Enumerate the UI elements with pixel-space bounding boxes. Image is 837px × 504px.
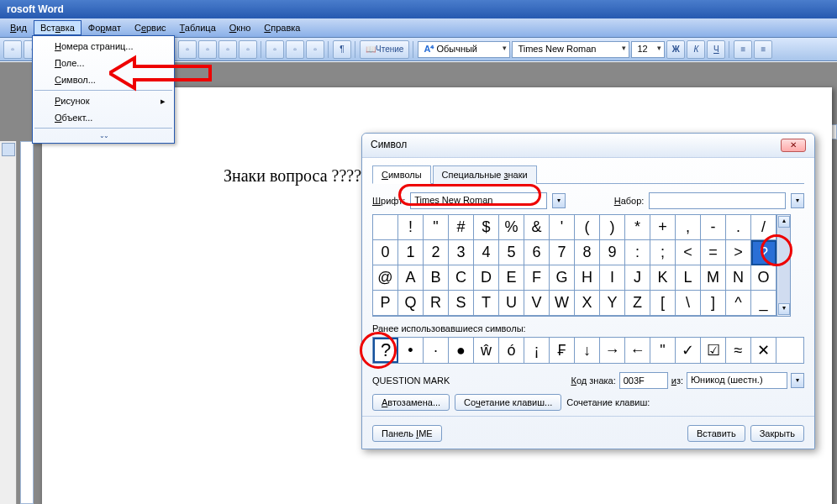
menu-service[interactable]: Сервис: [128, 20, 173, 35]
symbol-cell[interactable]: K: [650, 265, 676, 291]
toolbar-btn[interactable]: ¶: [333, 40, 351, 59]
symbol-cell[interactable]: 6: [524, 240, 550, 265]
menu-help[interactable]: Справка: [257, 20, 307, 35]
menu-item-picture[interactable]: Рисунок ▸: [34, 92, 172, 109]
recent-symbol-cell[interactable]: ₣: [550, 338, 575, 363]
symbol-cell[interactable]: @: [373, 265, 398, 291]
bold-btn[interactable]: Ж: [666, 40, 685, 59]
shortcut-button[interactable]: Сочетание клавиш...: [455, 394, 561, 411]
symbol-cell[interactable]: $: [474, 215, 499, 240]
recent-symbol-cell[interactable]: •: [398, 338, 424, 363]
symbol-cell[interactable]: N: [726, 265, 751, 291]
symbol-cell[interactable]: (: [575, 215, 600, 240]
ime-panel-button[interactable]: Панель IME: [372, 425, 442, 442]
menu-view[interactable]: Вид: [3, 20, 34, 35]
menu-table[interactable]: Таблица: [173, 20, 223, 35]
symbol-cell[interactable]: F: [524, 265, 550, 291]
menu-format[interactable]: Формат: [82, 20, 128, 35]
symbol-cell[interactable]: X: [575, 291, 600, 316]
symbol-cell[interactable]: S: [449, 291, 474, 316]
symbol-cell[interactable]: [373, 215, 398, 240]
toolbar-btn[interactable]: ▫: [306, 40, 324, 59]
align-btn[interactable]: ≡: [734, 40, 752, 59]
recent-symbol-cell[interactable]: ☑: [701, 338, 726, 363]
symbol-cell[interactable]: +: [650, 215, 676, 240]
recent-symbol-cell[interactable]: →: [600, 338, 625, 363]
symbol-cell[interactable]: V: [524, 291, 550, 316]
close-icon[interactable]: ✕: [781, 139, 806, 152]
dialog-titlebar[interactable]: Символ ✕: [362, 134, 814, 158]
recent-symbol-cell[interactable]: ✕: [751, 338, 776, 363]
symbol-cell[interactable]: !: [398, 215, 424, 240]
symbol-cell[interactable]: ;: [650, 240, 676, 265]
scroll-up-icon[interactable]: ▴: [778, 216, 790, 228]
insert-button[interactable]: Вставить: [687, 425, 745, 442]
symbol-cell[interactable]: ?: [751, 240, 776, 265]
menu-insert[interactable]: Вставка: [34, 20, 82, 35]
symbol-cell[interactable]: \: [676, 291, 701, 316]
recent-symbol-cell[interactable]: ✓: [676, 338, 701, 363]
tab-special[interactable]: Специальные знаки: [433, 165, 537, 184]
recent-symbol-cell[interactable]: ≈: [726, 338, 751, 363]
symbol-cell[interactable]: D: [474, 265, 499, 291]
autocorrect-button[interactable]: Автозамена...: [372, 394, 450, 411]
menu-expander[interactable]: ⌄⌄: [34, 130, 172, 141]
align-btn[interactable]: ≡: [754, 40, 772, 59]
symbol-cell[interactable]: ": [424, 215, 449, 240]
symbol-cell[interactable]: 0: [373, 240, 398, 265]
toolbar-btn[interactable]: ▫: [3, 40, 22, 59]
font-combo-btn[interactable]: ▾: [552, 193, 566, 208]
symbol-cell[interactable]: &: [524, 215, 550, 240]
recent-symbol-cell[interactable]: ●: [449, 338, 474, 363]
underline-btn[interactable]: Ч: [707, 40, 725, 59]
menu-item-page-numbers[interactable]: Номера страниц...: [34, 38, 172, 55]
symbol-cell[interactable]: ): [600, 215, 625, 240]
symbol-cell[interactable]: B: [424, 265, 449, 291]
symbol-cell[interactable]: #: [449, 215, 474, 240]
symbol-cell[interactable]: 7: [550, 240, 575, 265]
symbol-cell[interactable]: 1: [398, 240, 424, 265]
symbol-cell[interactable]: 3: [449, 240, 474, 265]
close-button[interactable]: Закрыть: [750, 425, 804, 442]
symbol-cell[interactable]: T: [474, 291, 499, 316]
style-dropdown[interactable]: A⁴ Обычный: [418, 41, 510, 58]
symbol-cell[interactable]: 4: [474, 240, 499, 265]
symbol-cell[interactable]: %: [499, 215, 524, 240]
symbol-cell[interactable]: Z: [625, 291, 650, 316]
symbol-cell[interactable]: -: [701, 215, 726, 240]
symbol-cell[interactable]: I: [600, 265, 625, 291]
size-dropdown[interactable]: 12: [631, 41, 665, 58]
symbol-cell[interactable]: *: [625, 215, 650, 240]
symbol-cell[interactable]: =: [701, 240, 726, 265]
symbol-cell[interactable]: R: [424, 291, 449, 316]
recent-symbol-cell[interactable]: ¡: [524, 338, 550, 363]
toolbar-btn[interactable]: ▫: [266, 40, 284, 59]
toolbar-btn[interactable]: ▫: [286, 40, 304, 59]
scroll-down-icon[interactable]: ▾: [778, 303, 790, 315]
recent-symbol-cell[interactable]: ↓: [575, 338, 600, 363]
recent-symbol-cell[interactable]: ": [650, 338, 676, 363]
symbol-cell[interactable]: ]: [701, 291, 726, 316]
symbol-cell[interactable]: A: [398, 265, 424, 291]
recent-symbol-cell[interactable]: ·: [424, 338, 449, 363]
symbol-cell[interactable]: M: [701, 265, 726, 291]
symbol-cell[interactable]: <: [676, 240, 701, 265]
recent-symbol-cell[interactable]: ŵ: [474, 338, 499, 363]
menu-window[interactable]: Окно: [223, 20, 258, 35]
font-combo[interactable]: Times New Roman: [410, 192, 547, 209]
symbol-cell[interactable]: W: [550, 291, 575, 316]
menu-item-object[interactable]: Объект...: [34, 109, 172, 126]
toolbar-btn[interactable]: ▫: [239, 40, 257, 59]
symbol-cell[interactable]: ': [550, 215, 575, 240]
symbol-cell[interactable]: [: [650, 291, 676, 316]
recent-symbol-cell[interactable]: ó: [499, 338, 524, 363]
symbol-cell[interactable]: ^: [726, 291, 751, 316]
from-combo[interactable]: Юникод (шестн.): [687, 372, 787, 389]
symbol-cell[interactable]: 9: [600, 240, 625, 265]
from-combo-btn[interactable]: ▾: [791, 373, 804, 388]
tab-symbols[interactable]: Символы: [372, 165, 431, 184]
symbol-cell[interactable]: ,: [676, 215, 701, 240]
set-combo[interactable]: [649, 192, 786, 209]
font-dropdown[interactable]: Times New Roman: [512, 41, 629, 58]
symbol-cell[interactable]: /: [751, 215, 776, 240]
